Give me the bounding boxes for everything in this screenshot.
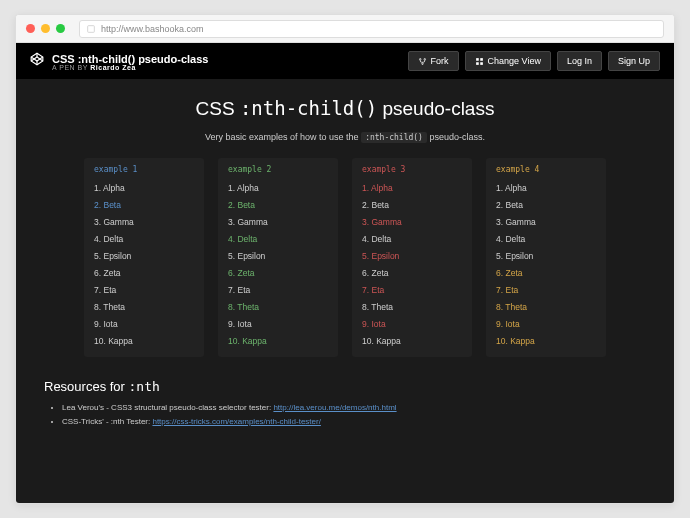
list-item: Delta	[362, 230, 462, 247]
list-item: Theta	[228, 298, 328, 315]
list-item: Epsilon	[496, 247, 596, 264]
list-item: Beta	[496, 196, 596, 213]
example-list: AlphaBetaGammaDeltaEpsilonZetaEtaThetaIo…	[218, 179, 338, 349]
list-item: Delta	[496, 230, 596, 247]
page-title: CSS :nth-child() pseudo-class	[44, 97, 646, 120]
list-item: Epsilon	[362, 247, 462, 264]
list-item: Eta	[94, 281, 194, 298]
svg-point-4	[419, 58, 421, 60]
list-item: Gamma	[496, 213, 596, 230]
list-item: Beta	[362, 196, 462, 213]
close-dot[interactable]	[26, 24, 35, 33]
list-item: Zeta	[496, 264, 596, 281]
codepen-header: CSS :nth-child() pseudo-class A PEN BY R…	[16, 43, 674, 79]
list-item: Gamma	[94, 213, 194, 230]
list-item: Epsilon	[228, 247, 328, 264]
list-item: Theta	[496, 298, 596, 315]
list-item: Beta	[228, 196, 328, 213]
resource-item: Lea Verou's - CSS3 structural pseudo-cla…	[62, 403, 646, 412]
svg-rect-10	[480, 62, 483, 65]
login-button[interactable]: Log In	[557, 51, 602, 71]
list-item: Alpha	[228, 179, 328, 196]
example-list: AlphaBetaGammaDeltaEpsilonZetaEtaThetaIo…	[486, 179, 606, 349]
url-bar[interactable]: http://www.bashooka.com	[79, 20, 664, 38]
list-item: Gamma	[228, 213, 328, 230]
list-item: Kappa	[94, 332, 194, 349]
page-content: CSS :nth-child() pseudo-class A PEN BY R…	[16, 43, 674, 503]
example-title: example 3	[352, 158, 472, 179]
list-item: Zeta	[362, 264, 462, 281]
browser-chrome: http://www.bashooka.com	[16, 15, 674, 43]
list-item: Delta	[94, 230, 194, 247]
svg-point-6	[421, 63, 423, 65]
list-item: Beta	[94, 196, 194, 213]
codepen-logo-icon	[30, 52, 44, 66]
resource-item: CSS-Tricks' - :nth Tester: https://css-t…	[62, 417, 646, 426]
svg-point-5	[424, 58, 426, 60]
grid-icon	[475, 57, 484, 66]
list-item: Kappa	[228, 332, 328, 349]
list-item: Zeta	[94, 264, 194, 281]
svg-rect-8	[480, 58, 483, 61]
page-icon	[86, 24, 96, 34]
example-col-3: example 3 AlphaBetaGammaDeltaEpsilonZeta…	[352, 158, 472, 357]
svg-rect-7	[476, 58, 479, 61]
list-item: Theta	[362, 298, 462, 315]
resources-list: Lea Verou's - CSS3 structural pseudo-cla…	[44, 403, 646, 426]
list-item: Iota	[228, 315, 328, 332]
signup-button[interactable]: Sign Up	[608, 51, 660, 71]
fork-icon	[418, 57, 427, 66]
list-item: Iota	[94, 315, 194, 332]
fork-button[interactable]: Fork	[408, 51, 459, 71]
list-item: Kappa	[496, 332, 596, 349]
example-col-2: example 2 AlphaBetaGammaDeltaEpsilonZeta…	[218, 158, 338, 357]
pen-author-line: A PEN BY Ricardo Zea	[52, 64, 208, 71]
example-list: AlphaBetaGammaDeltaEpsilonZetaEtaThetaIo…	[352, 179, 472, 349]
resources-section: Resources for :nth Lea Verou's - CSS3 st…	[44, 379, 646, 426]
list-item: Gamma	[362, 213, 462, 230]
resource-link[interactable]: https://css-tricks.com/examples/nth-chil…	[152, 417, 321, 426]
example-title: example 4	[486, 158, 606, 179]
example-title: example 2	[218, 158, 338, 179]
list-item: Epsilon	[94, 247, 194, 264]
list-item: Theta	[94, 298, 194, 315]
list-item: Eta	[228, 281, 328, 298]
example-title: example 1	[84, 158, 204, 179]
list-item: Alpha	[94, 179, 194, 196]
list-item: Eta	[362, 281, 462, 298]
list-item: Kappa	[362, 332, 462, 349]
page-description: Very basic examples of how to use the :n…	[44, 132, 646, 142]
list-item: Delta	[228, 230, 328, 247]
minimize-dot[interactable]	[41, 24, 50, 33]
list-item: Zeta	[228, 264, 328, 281]
example-col-1: example 1 AlphaBetaGammaDeltaEpsilonZeta…	[84, 158, 204, 357]
pen-author[interactable]: Ricardo Zea	[90, 64, 136, 71]
maximize-dot[interactable]	[56, 24, 65, 33]
url-text: http://www.bashooka.com	[101, 24, 204, 34]
example-col-4: example 4 AlphaBetaGammaDeltaEpsilonZeta…	[486, 158, 606, 357]
list-item: Alpha	[362, 179, 462, 196]
list-item: Eta	[496, 281, 596, 298]
list-item: Iota	[362, 315, 462, 332]
examples-row: example 1 AlphaBetaGammaDeltaEpsilonZeta…	[44, 158, 646, 357]
list-item: Alpha	[496, 179, 596, 196]
resources-title: Resources for :nth	[44, 379, 646, 395]
svg-rect-9	[476, 62, 479, 65]
resource-link[interactable]: http://lea.verou.me/demos/nth.html	[273, 403, 396, 412]
list-item: Iota	[496, 315, 596, 332]
change-view-button[interactable]: Change View	[465, 51, 551, 71]
browser-window: http://www.bashooka.com CSS :nth-child()…	[15, 14, 675, 504]
svg-rect-0	[88, 25, 95, 32]
example-list: AlphaBetaGammaDeltaEpsilonZetaEtaThetaIo…	[84, 179, 204, 349]
